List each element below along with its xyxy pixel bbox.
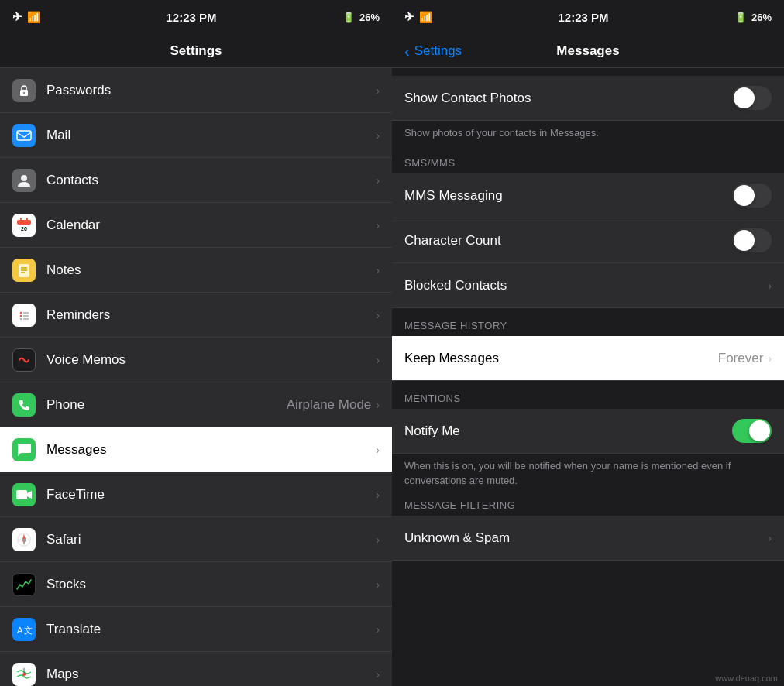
safari-label: Safari	[46, 532, 376, 547]
right-status-bar: ✈ 📶 12:23 PM 🔋 26%	[392, 0, 784, 34]
notify-me-label: Notify Me	[404, 424, 732, 439]
svg-point-14	[20, 311, 22, 313]
right-content: Show Contact Photos Show photos of your …	[392, 68, 784, 686]
passwords-chevron: ›	[376, 84, 380, 97]
voicememos-chevron: ›	[376, 354, 380, 366]
battery-icon: 🔋	[342, 12, 355, 23]
settings-item-stocks[interactable]: Stocks ›	[0, 562, 392, 607]
mail-icon	[12, 124, 36, 147]
mentions-footer-text: When this is on, you will be notified wh…	[404, 460, 731, 486]
left-title-bar: Settings	[0, 34, 392, 68]
character-count-label: Character Count	[404, 233, 732, 249]
mms-messaging-toggle[interactable]	[732, 184, 772, 208]
right-status-battery: 🔋 26%	[734, 12, 772, 23]
calendar-label: Calendar	[46, 218, 376, 233]
maps-icon	[12, 663, 36, 686]
notes-label: Notes	[46, 262, 376, 278]
settings-item-messages[interactable]: Messages ›	[0, 427, 392, 472]
svg-point-13	[17, 308, 31, 322]
settings-item-safari[interactable]: Safari ›	[0, 517, 392, 562]
svg-text:A: A	[17, 626, 23, 635]
svg-point-30	[22, 673, 26, 676]
left-status-icons: ✈ 📶	[12, 10, 40, 24]
settings-item-translate[interactable]: A文 Translate ›	[0, 607, 392, 652]
contacts-icon	[12, 169, 36, 192]
safari-icon	[12, 528, 36, 551]
notify-toggle-knob	[749, 420, 770, 441]
left-title: Settings	[170, 43, 222, 59]
right-nav-bar: ‹ Settings Messages	[392, 34, 784, 68]
notes-chevron: ›	[376, 264, 380, 276]
phone-label: Phone	[46, 397, 287, 413]
message-history-header-text: MESSAGE HISTORY	[404, 320, 507, 331]
unknown-spam-chevron: ›	[768, 532, 772, 544]
blocked-contacts-chevron: ›	[768, 280, 772, 292]
settings-item-mail[interactable]: Mail ›	[0, 113, 392, 158]
settings-item-reminders[interactable]: Reminders ›	[0, 293, 392, 338]
mms-toggle-knob	[734, 185, 755, 206]
mms-messaging-item: MMS Messaging	[392, 173, 784, 218]
svg-point-18	[20, 317, 22, 319]
character-count-item: Character Count	[392, 218, 784, 263]
settings-item-voice-memos[interactable]: Voice Memos ›	[0, 338, 392, 382]
svg-text:20: 20	[21, 226, 27, 232]
reminders-label: Reminders	[46, 307, 376, 323]
message-history-header: MESSAGE HISTORY	[392, 308, 784, 336]
notify-me-toggle[interactable]	[732, 419, 772, 443]
passwords-label: Passwords	[46, 83, 376, 98]
message-filtering-header: MESSAGE FILTERING	[392, 488, 784, 516]
keep-messages-value: Forever	[718, 351, 764, 366]
right-panel: ✈ 📶 12:23 PM 🔋 26% ‹ Settings Messages S…	[392, 0, 784, 686]
svg-point-3	[21, 175, 27, 181]
keep-messages-label: Keep Messages	[404, 351, 718, 366]
stocks-label: Stocks	[46, 577, 376, 592]
stocks-icon	[12, 573, 36, 596]
settings-item-phone[interactable]: Phone Airplane Mode ›	[0, 382, 392, 427]
contacts-label: Contacts	[46, 173, 376, 188]
settings-item-contacts[interactable]: Contacts ›	[0, 158, 392, 203]
settings-item-maps[interactable]: Maps ›	[0, 652, 392, 686]
right-airplane-icon: ✈	[404, 10, 414, 24]
mms-messaging-label: MMS Messaging	[404, 188, 732, 204]
mentions-header: MENTIONS	[392, 381, 784, 409]
svg-point-16	[20, 314, 22, 316]
show-contact-photos-label: Show Contact Photos	[404, 91, 732, 106]
settings-item-notes[interactable]: Notes ›	[0, 248, 392, 293]
airplane-icon: ✈	[12, 10, 22, 24]
reminders-icon	[12, 304, 36, 327]
calendar-icon: 20	[12, 214, 36, 237]
show-contact-photos-item: Show Contact Photos	[392, 76, 784, 121]
maps-chevron: ›	[376, 668, 380, 681]
voicememos-icon	[12, 348, 36, 372]
calendar-chevron: ›	[376, 219, 380, 232]
sms-mms-header: SMS/MMS	[392, 146, 784, 173]
svg-text:文: 文	[24, 626, 33, 635]
show-contact-photos-toggle[interactable]	[732, 86, 772, 110]
toggle-knob	[734, 87, 755, 108]
character-count-toggle[interactable]	[732, 228, 772, 252]
passwords-icon	[12, 79, 36, 102]
translate-chevron: ›	[376, 623, 380, 636]
svg-rect-20	[16, 490, 27, 499]
notify-me-item: Notify Me	[392, 409, 784, 454]
mentions-header-text: MENTIONS	[404, 393, 461, 404]
wifi-icon: 📶	[27, 11, 40, 23]
keep-messages-item[interactable]: Keep Messages Forever ›	[392, 336, 784, 381]
messages-icon	[12, 438, 36, 461]
keep-messages-chevron: ›	[768, 352, 772, 365]
right-status-icons: ✈ 📶	[404, 10, 432, 24]
back-button[interactable]: ‹ Settings	[404, 43, 462, 59]
reminders-chevron: ›	[376, 309, 380, 321]
blocked-contacts-item[interactable]: Blocked Contacts ›	[392, 263, 784, 308]
battery-percent: 26%	[359, 12, 380, 23]
back-chevron-icon: ‹	[404, 43, 410, 59]
unknown-spam-item[interactable]: Unknown & Spam ›	[392, 516, 784, 561]
settings-item-calendar[interactable]: 20 Calendar ›	[0, 203, 392, 248]
translate-label: Translate	[46, 622, 376, 637]
settings-item-facetime[interactable]: FaceTime ›	[0, 472, 392, 517]
left-status-battery: 🔋 26%	[342, 12, 380, 23]
watermark: www.deuaq.com	[715, 674, 778, 683]
svg-rect-2	[17, 131, 31, 140]
settings-item-passwords[interactable]: Passwords ›	[0, 68, 392, 113]
right-battery-icon: 🔋	[734, 12, 747, 23]
